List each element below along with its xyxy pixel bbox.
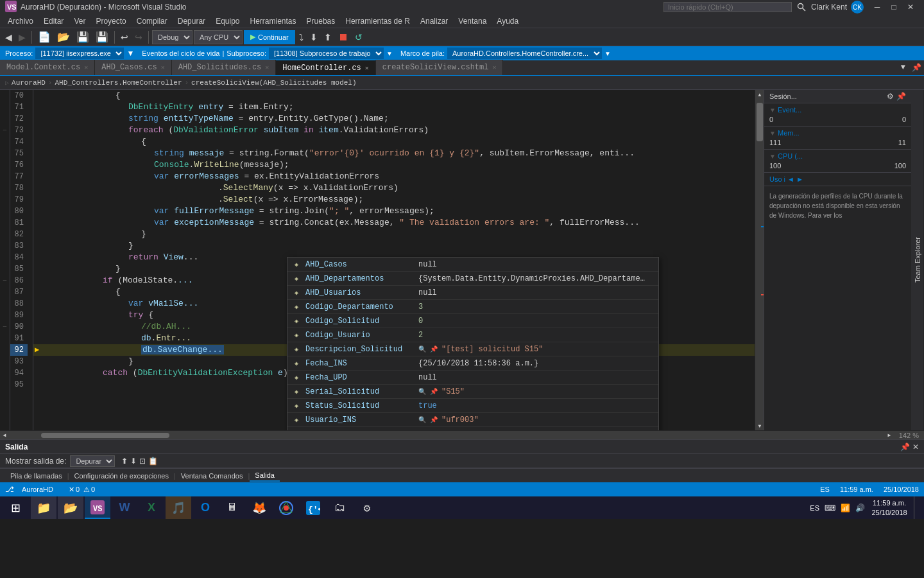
menu-herramientas-r[interactable]: Herramientas de R <box>340 15 415 27</box>
continue-button[interactable]: ▶ Continuar <box>244 30 295 44</box>
scroll-down-button[interactable]: ▼ <box>755 421 764 430</box>
menu-editar[interactable]: Editar <box>38 15 69 27</box>
h-scrollbar[interactable]: ◀ ▶ 142 % <box>0 430 924 439</box>
menu-pruebas[interactable]: Pruebas <box>302 15 341 27</box>
ac-search-icon-3[interactable]: 🔍 <box>418 416 426 424</box>
close-tab-createsolici[interactable]: ✕ <box>492 64 496 71</box>
thread-dropdown[interactable]: [11308] Subproceso de trabajo <box>269 48 384 59</box>
taskbar-app-outlook[interactable]: O <box>193 496 218 519</box>
open-file-button[interactable]: 📂 <box>55 30 73 44</box>
step-over-button[interactable]: ⤵ <box>296 31 306 44</box>
code-editor[interactable]: { DbEntityEntry entry = item.Entry; stri… <box>33 90 755 430</box>
diag-settings-btn[interactable]: ⚙ <box>887 92 894 101</box>
taskbar-app-media[interactable]: 🎵 <box>166 496 191 519</box>
menu-herramientas[interactable]: Herramientas <box>245 15 302 27</box>
h-scroll-track[interactable] <box>9 431 885 440</box>
team-explorer-tab[interactable]: Team Explorer <box>911 90 924 430</box>
tab-pila-llamadas[interactable]: Pila de llamadas <box>5 471 67 481</box>
ac-pin-icon-1[interactable]: 📌 <box>430 346 438 353</box>
collapse-73[interactable]: ─ <box>0 125 10 136</box>
restart-button[interactable]: ↺ <box>352 31 365 44</box>
close-tab-model[interactable]: ✕ <box>84 64 88 71</box>
output-btn-2[interactable]: ⬇ <box>130 457 137 466</box>
forward-button[interactable]: ▶ <box>16 31 28 44</box>
taskbar-app-settings[interactable]: ⚙ <box>354 496 380 519</box>
output-pin-btn[interactable]: 📌 <box>900 442 910 451</box>
close-button[interactable]: ✕ <box>902 0 919 14</box>
breadcrumb-project[interactable]: AuroraHD <box>12 79 46 87</box>
close-tab-homecontroller[interactable]: ✕ <box>365 64 369 72</box>
minimize-button[interactable]: ─ <box>869 0 886 14</box>
start-button[interactable]: ⊞ <box>3 496 28 519</box>
taskbar-app-calc[interactable]: 🖩 <box>219 496 245 519</box>
tab-ventana-comandos[interactable]: Ventana Comandos <box>176 471 248 481</box>
h-scroll-right[interactable]: ▶ <box>885 431 894 440</box>
ac-row-ahd-usuarios[interactable]: ◈ AHD_Usuarios null <box>287 286 658 300</box>
output-btn-4[interactable]: 📋 <box>148 457 158 466</box>
new-file-button[interactable]: 📄 <box>35 30 53 44</box>
ac-row-codigo-dep[interactable]: ◈ Codigo_Departamento 3 <box>287 300 658 314</box>
diag-events-title[interactable]: ▼ Event... <box>769 106 906 114</box>
ac-row-usuario-upd[interactable]: ◈ Usuario_UPD 🔍 📌 "" <box>287 427 658 430</box>
diag-cpu-title[interactable]: ▼ CPU (... <box>769 152 906 160</box>
collapse-86[interactable]: ─ <box>0 275 10 286</box>
tab-homecontroller[interactable]: HomeController.cs ✕ <box>276 60 375 75</box>
tab-ahd-solicitudes[interactable]: AHD_Solicitudes.cs ✕ <box>172 60 277 75</box>
taskbar-app-firefox[interactable]: 🦊 <box>246 496 272 519</box>
ac-row-usuario-ins[interactable]: ◈ Usuario_INS 🔍 📌 "ufr003" <box>287 413 658 427</box>
menu-depurar[interactable]: Depurar <box>173 15 210 27</box>
h-scroll-left[interactable]: ◀ <box>0 431 9 440</box>
taskbar-app-explorer2[interactable]: 📂 <box>58 496 83 519</box>
stop-button[interactable]: ⏹ <box>336 30 351 44</box>
ac-row-ahd-casos[interactable]: ◈ AHD_Casos null <box>287 258 658 272</box>
tab-salida[interactable]: Salida <box>250 470 280 482</box>
taskbar-app-chrome[interactable] <box>273 496 299 519</box>
save-button[interactable]: 💾 <box>74 30 92 44</box>
pin-panel-button[interactable]: 📌 <box>909 60 924 75</box>
taskbar-app-vs[interactable]: VS <box>85 496 110 519</box>
back-button[interactable]: ◀ <box>3 31 15 44</box>
git-branch[interactable]: AuroraHD <box>22 486 53 493</box>
h-scroll-thumb[interactable] <box>41 433 169 438</box>
process-dropdown[interactable]: [11732] iisexpress.exe <box>35 48 124 59</box>
ac-row-fecha-upd[interactable]: ◈ Fecha_UPD null <box>287 371 658 385</box>
taskbar-app-excel[interactable]: X <box>139 496 164 519</box>
undo-button[interactable]: ↩ <box>118 31 131 44</box>
taskbar-app-explorer[interactable]: 📁 <box>31 496 56 519</box>
menu-ayuda[interactable]: Ayuda <box>492 15 524 27</box>
output-btn-1[interactable]: ⬆ <box>121 457 128 466</box>
ac-search-icon-2[interactable]: 🔍 <box>418 388 426 396</box>
debug-mode-dropdown[interactable]: Debug <box>152 30 193 44</box>
tab-createsoliciview[interactable]: createSoliciView.cshtml ✕ <box>376 60 504 75</box>
tab-model-context[interactable]: Model.Context.cs ✕ <box>0 60 95 75</box>
output-btn-3[interactable]: ⊡ <box>139 457 146 466</box>
scrollbar-thumb[interactable] <box>757 103 763 141</box>
ac-row-fecha-ins[interactable]: ◈ Fecha_INS {25/10/2018 11:58:36 a.m.} <box>287 356 658 371</box>
quick-search[interactable] <box>663 2 792 12</box>
taskbar-app-folder2[interactable]: 🗂 <box>327 496 353 519</box>
maximize-button[interactable]: □ <box>886 0 902 14</box>
ac-row-serial-sol[interactable]: ◈ Serial_Solicitud 🔍 📌 "S15" <box>287 385 658 399</box>
tab-overflow[interactable]: ▼ <box>897 60 909 75</box>
menu-analizar[interactable]: Analizar <box>415 15 453 27</box>
ac-row-status-sol[interactable]: ◈ Status_Solicitud true <box>287 399 658 413</box>
taskbar-app-vscode[interactable]: {'<>'} <box>300 496 326 519</box>
ac-row-desc-sol[interactable]: ◈ Descripcion_Solicitud 🔍 📌 "[test] soli… <box>287 342 658 356</box>
ac-pin-icon-3[interactable]: 📌 <box>430 416 438 424</box>
menu-ver[interactable]: Ver <box>69 15 90 27</box>
menu-ventana[interactable]: Ventana <box>453 15 492 27</box>
breadcrumb-class[interactable]: AHD_Controllers.HomeController <box>55 79 182 87</box>
redo-button[interactable]: ↪ <box>132 31 145 44</box>
step-into-button[interactable]: ⬇ <box>307 31 320 44</box>
tray-clock[interactable]: 11:59 a.m. 25/10/2018 <box>870 498 909 517</box>
taskbar-app-word[interactable]: W <box>112 496 137 519</box>
ac-row-ahd-departamentos[interactable]: ◈ AHD_Departamentos {System.Data.Entity.… <box>287 272 658 286</box>
close-tab-solicitudes[interactable]: ✕ <box>265 64 269 71</box>
ac-row-codigo-sol[interactable]: ◈ Codigo_Solicitud 0 <box>287 314 658 328</box>
step-out-button[interactable]: ⬆ <box>321 31 334 44</box>
diag-memory-title[interactable]: ▼ Mem... <box>769 129 906 137</box>
save-all-button[interactable]: 💾 <box>93 30 111 44</box>
output-close-btn[interactable]: ✕ <box>912 442 919 451</box>
show-desktop-btn[interactable] <box>914 496 916 519</box>
user-avatar[interactable]: CK <box>851 1 864 13</box>
